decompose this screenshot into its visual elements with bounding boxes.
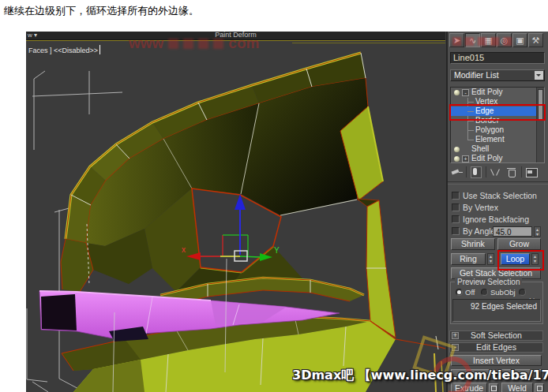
spinner-down-icon[interactable]: ▾ bbox=[532, 259, 538, 263]
display-tab-icon[interactable]: ▣ bbox=[512, 33, 527, 47]
show-end-result-icon[interactable] bbox=[470, 166, 482, 178]
viewport-status-text: Faces ] <<Disabled>> bbox=[28, 47, 98, 54]
rollout-title: Edit Edges bbox=[476, 342, 516, 352]
pin-stack-icon[interactable] bbox=[450, 166, 463, 178]
stack-scrollbar[interactable] bbox=[536, 88, 544, 162]
modify-tab-icon[interactable]: ∿ bbox=[465, 33, 480, 47]
radio-on-icon[interactable] bbox=[456, 289, 463, 296]
stack-item-border[interactable]: Border bbox=[451, 116, 545, 125]
stack-scrollbar-thumb[interactable] bbox=[538, 89, 543, 121]
ignore-backfacing-checkbox[interactable] bbox=[452, 215, 460, 223]
bulb-icon[interactable] bbox=[454, 90, 460, 95]
watermark-text: 3Dmax吧 【www.linecg.com/tieba/1771】 bbox=[292, 368, 548, 384]
ribbon-panel-title: Paint Deform bbox=[26, 32, 445, 39]
stack-item-element[interactable]: Element bbox=[451, 135, 545, 144]
command-panel: ➤ ∿ ▦ ◎ ▣ ⚒ Line015 Modifier List - Edit… bbox=[446, 32, 548, 392]
loop-button[interactable]: Loop bbox=[501, 253, 530, 265]
stack-item-shell[interactable]: Shell bbox=[451, 144, 537, 154]
configure-modifier-sets-icon[interactable] bbox=[525, 166, 538, 178]
motion-tab-icon[interactable]: ◎ bbox=[497, 33, 512, 47]
extrude-settings-button[interactable] bbox=[489, 383, 498, 392]
use-stack-selection-row: Use Stack Selection bbox=[452, 191, 537, 201]
stack-item-label: Edge bbox=[475, 106, 494, 116]
stack-item-label: Element bbox=[475, 135, 505, 144]
stack-item-label: Edit Poly bbox=[471, 88, 502, 97]
object-name-field[interactable]: Line015 bbox=[450, 52, 545, 64]
utilities-tab-icon[interactable]: ⚒ bbox=[528, 33, 543, 47]
selection-status-text: 92 Edges Selected bbox=[471, 302, 537, 311]
by-angle-row: By Angle: bbox=[452, 226, 497, 237]
preview-off-radio[interactable]: Off bbox=[456, 288, 475, 297]
edit-edges-rollout[interactable]: - Edit Edges bbox=[449, 342, 543, 353]
command-panel-tabs: ➤ ∿ ▦ ◎ ▣ ⚒ bbox=[449, 33, 543, 47]
expand-toggle-icon[interactable]: + bbox=[462, 155, 469, 162]
insert-vertex-button[interactable]: Insert Vertex bbox=[451, 355, 542, 366]
panel-divider bbox=[448, 181, 548, 185]
stack-item-edit-poly[interactable]: - Edit Poly bbox=[451, 88, 537, 97]
spiral-model[interactable]: x Y bbox=[39, 53, 445, 392]
make-unique-icon[interactable] bbox=[490, 166, 502, 178]
viewport-corner-menu[interactable]: w ▾ bbox=[28, 32, 37, 39]
gizmo-y-label: Y bbox=[274, 246, 280, 255]
checkbox-label: Use Stack Selection bbox=[463, 191, 537, 200]
by-angle-checkbox[interactable] bbox=[452, 227, 460, 235]
text-cursor bbox=[99, 45, 100, 54]
viewport-status: Faces ] <<Disabled>> bbox=[28, 45, 100, 54]
stack-item-label: Edit Poly bbox=[471, 154, 502, 163]
checkbox-label: Ignore Backfacing bbox=[463, 215, 529, 224]
modifier-stack-list: - Edit Poly Vertex Edge Border Polygon E… bbox=[450, 87, 545, 163]
ring-button[interactable]: Ring bbox=[451, 253, 486, 265]
modifier-list-dropdown[interactable]: Modifier List bbox=[450, 69, 545, 81]
bulb-icon[interactable] bbox=[454, 156, 460, 162]
spinner-down-icon[interactable]: ▾ bbox=[488, 259, 494, 263]
spinner-down-icon[interactable]: ▾ bbox=[535, 232, 540, 237]
radio-off-icon[interactable] bbox=[481, 289, 488, 296]
preview-subobj-radio[interactable]: SubObj bbox=[481, 288, 516, 297]
ring-spinner[interactable]: ▴ ▾ bbox=[487, 253, 494, 265]
bulb-icon[interactable] bbox=[454, 147, 460, 152]
radio-off-icon[interactable] bbox=[519, 289, 526, 296]
stack-item-label: Shell bbox=[471, 144, 489, 154]
selection-info-box: 92 Edges Selected bbox=[452, 299, 541, 322]
radio-label: SubObj bbox=[490, 288, 516, 297]
use-stack-selection-checkbox[interactable] bbox=[452, 192, 460, 200]
preview-selection-group: Preview Selection Off SubObj Multi 92 Ed… bbox=[450, 282, 543, 324]
stack-item-polygon[interactable]: Polygon bbox=[451, 125, 545, 135]
checkbox-label: By Vertex bbox=[463, 203, 498, 212]
remove-modifier-icon[interactable] bbox=[505, 166, 518, 178]
rollout-minus-icon[interactable]: - bbox=[452, 344, 459, 351]
radio-label: Off bbox=[465, 288, 475, 297]
tutorial-caption: 继续在边级别下，循环选择所有的外边缘。 bbox=[4, 4, 199, 18]
dropdown-arrow-icon[interactable] bbox=[535, 71, 543, 80]
weld-settings-button[interactable] bbox=[535, 383, 544, 392]
stack-item-label: Border bbox=[475, 116, 499, 125]
stack-toolbar bbox=[450, 165, 545, 179]
by-vertex-checkbox[interactable] bbox=[452, 203, 460, 211]
shrink-button[interactable]: Shrink bbox=[451, 238, 495, 250]
soft-selection-rollout[interactable]: + Soft Selection bbox=[449, 330, 543, 341]
gizmo-x-label: x bbox=[182, 245, 186, 254]
stack-item-label: Polygon bbox=[475, 125, 504, 135]
hierarchy-tab-icon[interactable]: ▦ bbox=[481, 33, 496, 47]
by-angle-field[interactable]: 45.0 bbox=[493, 226, 532, 237]
stack-item-label: Vertex bbox=[475, 97, 497, 106]
rollout-title: Soft Selection bbox=[471, 330, 522, 340]
stack-item-vertex[interactable]: Vertex bbox=[451, 97, 545, 106]
collapse-toggle-icon[interactable]: - bbox=[462, 89, 469, 96]
viewport-canvas[interactable]: x Y bbox=[26, 41, 446, 392]
loop-spinner[interactable]: ▴ ▾ bbox=[531, 253, 539, 265]
by-angle-spinner[interactable]: ▴ ▾ bbox=[534, 226, 541, 237]
stack-item-edge[interactable]: Edge bbox=[451, 106, 545, 116]
ribbon-bar: Paint Deform bbox=[26, 32, 445, 40]
preview-selection-title: Preview Selection bbox=[455, 278, 522, 286]
ignore-backfacing-row: Ignore Backfacing bbox=[452, 215, 529, 225]
rollout-plus-icon[interactable]: + bbox=[452, 332, 459, 339]
stack-item-edit-poly-2[interactable]: + Edit Poly bbox=[451, 154, 537, 163]
by-vertex-row: By Vertex bbox=[452, 203, 498, 213]
create-tab-icon[interactable]: ➤ bbox=[449, 33, 464, 47]
modifier-list-label: Modifier List bbox=[454, 70, 499, 80]
grow-button[interactable]: Grow bbox=[497, 238, 541, 250]
